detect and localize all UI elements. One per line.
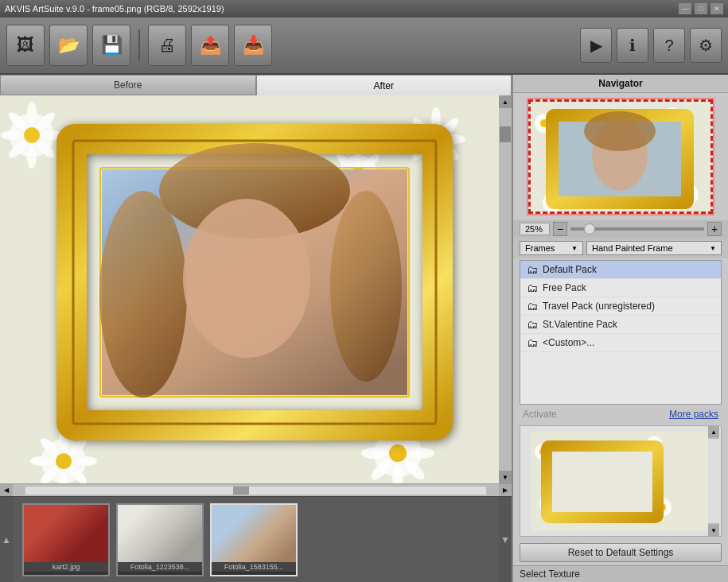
thumbnail-strip: ▲ kart2.jpg Fotolia_1223538... bbox=[0, 496, 512, 582]
pack-label: St.Valentine Pack bbox=[543, 319, 617, 330]
right-panel: Navigator bbox=[512, 75, 728, 582]
preview-frame bbox=[531, 432, 711, 530]
view-tabs: Before After bbox=[0, 75, 512, 95]
zoom-minus-button[interactable]: − bbox=[553, 222, 567, 236]
svg-point-9 bbox=[1, 130, 23, 140]
background-flowers-svg bbox=[0, 95, 499, 483]
preview-scroll-thumb[interactable] bbox=[708, 439, 719, 523]
navigator-image bbox=[528, 99, 713, 214]
open-icon: 🖼 bbox=[17, 35, 34, 56]
scroll-thumb[interactable] bbox=[500, 126, 511, 142]
svg-point-3 bbox=[27, 102, 37, 124]
import-button[interactable]: 📥 bbox=[234, 25, 272, 66]
open-folder-button[interactable]: 📂 bbox=[49, 25, 88, 66]
zoom-value[interactable]: 25% bbox=[520, 223, 550, 235]
thumb-image-2 bbox=[118, 505, 202, 562]
info-button[interactable]: ℹ bbox=[617, 28, 648, 63]
svg-point-56 bbox=[330, 191, 402, 382]
scroll-down-button[interactable]: ▼ bbox=[499, 471, 512, 483]
strip-scroll-right[interactable]: ▼ bbox=[499, 497, 512, 582]
category-dropdown[interactable]: Frames ▼ bbox=[520, 241, 583, 255]
settings-button[interactable]: ⚙ bbox=[690, 28, 722, 63]
svg-point-70 bbox=[584, 111, 656, 151]
titlebar: AKVIS ArtSuite v.9.0 - frame05.png (RGB/… bbox=[0, 0, 728, 17]
canvas-area[interactable] bbox=[0, 95, 499, 483]
thumbnail-item-active[interactable]: Fotolia_1583155... bbox=[210, 503, 298, 576]
thumb3-art bbox=[212, 505, 296, 562]
frame-name-dropdown[interactable]: Hand Painted Frame ▼ bbox=[586, 241, 722, 255]
thumb-image-3 bbox=[212, 505, 296, 562]
chevron-down-icon: ▼ bbox=[571, 245, 578, 252]
svg-point-24 bbox=[409, 448, 434, 459]
thumbnail-item[interactable]: kart2.jpg bbox=[22, 503, 110, 576]
svg-rect-81 bbox=[552, 452, 652, 512]
folder-icon: 🗂 bbox=[527, 300, 538, 312]
strip-scroll-left[interactable]: ▲ bbox=[0, 497, 13, 582]
navigator-view[interactable] bbox=[527, 98, 714, 215]
scroll-up-button[interactable]: ▲ bbox=[499, 95, 512, 108]
thumb1-art bbox=[24, 505, 108, 562]
canvas-vertical-scrollbar[interactable]: ▲ ▼ bbox=[499, 95, 512, 483]
play-button[interactable]: ▶ bbox=[580, 28, 612, 63]
export-button[interactable]: 📤 bbox=[191, 25, 229, 66]
maximize-button[interactable]: □ bbox=[695, 3, 707, 14]
tab-before[interactable]: Before bbox=[0, 75, 256, 95]
reset-button[interactable]: Reset to Default Settings bbox=[520, 543, 722, 562]
pack-item-default[interactable]: 🗂 Default Pack bbox=[520, 261, 721, 279]
nav-svg bbox=[528, 99, 713, 214]
help-button[interactable]: ? bbox=[653, 28, 685, 63]
svg-point-38 bbox=[30, 456, 53, 466]
svg-point-21 bbox=[389, 444, 407, 462]
print-icon: 🖨 bbox=[158, 35, 176, 56]
scroll-right-button[interactable]: ▶ bbox=[499, 484, 512, 497]
scroll-left-button[interactable]: ◀ bbox=[0, 484, 13, 497]
scroll-track[interactable] bbox=[499, 108, 512, 471]
pack-item-custom[interactable]: 🗂 <Custom>... bbox=[520, 334, 721, 352]
preview-scroll-down[interactable]: ▼ bbox=[708, 525, 719, 536]
open-button[interactable]: 🖼 bbox=[6, 25, 45, 66]
main-image bbox=[0, 95, 499, 483]
scroll-track-h[interactable] bbox=[25, 487, 486, 495]
folder-icon: 🗂 bbox=[527, 336, 538, 349]
svg-point-28 bbox=[361, 448, 387, 459]
thumbnail-item[interactable]: Fotolia_1223538... bbox=[116, 503, 204, 576]
save-button[interactable]: 💾 bbox=[92, 25, 130, 66]
folder-icon: 🗂 bbox=[527, 281, 538, 294]
title-text: AKVIS ArtSuite v.9.0 - frame05.png (RGB/… bbox=[5, 4, 224, 14]
export-icon: 📤 bbox=[200, 35, 221, 56]
print-button[interactable]: 🖨 bbox=[148, 25, 186, 66]
preview-scrollbar[interactable]: ▲ ▼ bbox=[708, 426, 719, 536]
svg-point-7 bbox=[27, 146, 37, 169]
preview-area: ▲ ▼ bbox=[520, 425, 722, 537]
horizontal-scrollbar[interactable]: ◀ ▶ bbox=[0, 483, 512, 496]
pack-label: Default Pack bbox=[543, 264, 597, 275]
zoom-slider[interactable] bbox=[570, 227, 704, 231]
zoom-plus-button[interactable]: + bbox=[707, 222, 722, 236]
tab-after[interactable]: After bbox=[256, 75, 512, 95]
zoom-slider-thumb[interactable] bbox=[584, 223, 595, 235]
svg-point-2 bbox=[24, 127, 40, 143]
pack-item-valentine[interactable]: 🗂 St.Valentine Pack bbox=[520, 316, 721, 334]
pack-label: <Custom>... bbox=[543, 337, 594, 348]
thumb-image-1 bbox=[24, 505, 108, 562]
svg-point-57 bbox=[183, 199, 310, 358]
activate-button[interactable]: Activate bbox=[523, 409, 557, 420]
open-folder-icon: 📂 bbox=[58, 35, 80, 56]
preview-svg bbox=[531, 432, 711, 530]
zoom-bar: 25% − + bbox=[513, 220, 728, 238]
more-packs-link[interactable]: More packs bbox=[669, 409, 718, 420]
thumb2-art bbox=[118, 505, 202, 562]
pack-label: Free Pack bbox=[543, 282, 586, 293]
thumb-label-2: Fotolia_1223538... bbox=[118, 562, 202, 572]
pack-label: Travel Pack (unregistered) bbox=[543, 301, 655, 312]
close-button[interactable]: ✕ bbox=[710, 3, 723, 14]
minimize-button[interactable]: — bbox=[679, 3, 691, 14]
canvas-row: ▲ ▼ bbox=[0, 95, 512, 483]
preview-scroll-up[interactable]: ▲ bbox=[708, 426, 719, 437]
pack-list[interactable]: 🗂 Default Pack 🗂 Free Pack 🗂 Travel Pack… bbox=[520, 260, 722, 405]
pack-item-free[interactable]: 🗂 Free Pack bbox=[520, 279, 721, 297]
scroll-thumb-h[interactable] bbox=[233, 487, 249, 495]
main-area: Before After bbox=[0, 75, 728, 582]
pack-item-travel[interactable]: 🗂 Travel Pack (unregistered) bbox=[520, 297, 721, 316]
import-icon: 📥 bbox=[243, 35, 264, 56]
